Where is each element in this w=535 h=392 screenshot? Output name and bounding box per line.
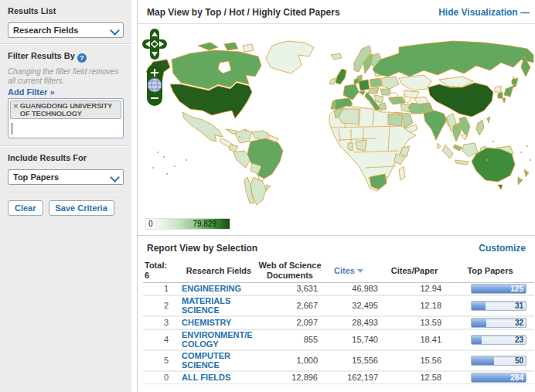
top-papers-bar: 23 (471, 335, 526, 345)
report-title: Report View by Selection (147, 243, 257, 254)
row-cites: 28,493 (322, 316, 383, 329)
results-list-label: Results List (8, 6, 124, 15)
add-filter-link[interactable]: Add Filter » (8, 87, 124, 97)
table-row: 1ENGINEERING3,63146,98312.94125 (143, 283, 534, 296)
customize-link[interactable]: Customize (479, 243, 526, 254)
map-controls (142, 29, 169, 112)
row-cites: 162,197 (322, 371, 383, 384)
field-link[interactable]: ENVIRONMENT/ECOLOGY (182, 331, 257, 349)
world-map[interactable] (144, 36, 534, 222)
row-field: MATERIALS SCIENCE (180, 295, 257, 316)
field-link[interactable]: COMPUTER SCIENCE (182, 352, 257, 370)
row-rank: 5 (143, 350, 180, 371)
col-cites-per-paper: Cites/Paper (383, 259, 446, 283)
filter-section: Filter Results By? Changing the filter f… (0, 45, 131, 138)
help-icon[interactable]: ? (77, 53, 87, 63)
row-cites: 15,556 (322, 350, 383, 371)
col-cites-sort[interactable]: Cites (322, 259, 383, 283)
field-link[interactable]: CHEMISTRY (182, 319, 257, 328)
clear-button[interactable]: Clear (8, 200, 43, 216)
sidebar: Results List Research Fields Filter Resu… (0, 0, 131, 392)
row-cites-per-paper: 12.58 (383, 371, 446, 384)
include-results-dropdown[interactable]: Top Papers (8, 169, 124, 185)
sidebar-buttons: Clear Save Criteria (0, 193, 131, 223)
field-link[interactable]: MATERIALS SCIENCE (182, 297, 257, 315)
top-papers-bar: 284 (471, 373, 526, 383)
top-papers-bar: 31 (471, 301, 526, 311)
include-results-label: Include Results For (8, 153, 124, 162)
include-results-value: Top Papers (9, 170, 123, 184)
field-link[interactable]: ENGINEERING (182, 285, 257, 294)
map-title: Map View by Top / Hot / Highly Cited Pap… (147, 7, 340, 18)
filter-input-box[interactable]: ✕ GUANGDONG UNIVERSITY OF TECHNOLOGY (8, 98, 124, 138)
remove-filter-icon[interactable]: ✕ (13, 103, 19, 118)
field-link[interactable]: ALL FIELDS (182, 373, 257, 383)
row-cites-per-paper: 18.41 (383, 329, 446, 350)
sort-desc-icon (357, 269, 363, 273)
hide-visualization-link[interactable]: Hide Visualization — (438, 7, 529, 18)
save-criteria-button[interactable]: Save Criteria (49, 200, 114, 216)
row-top-papers: 23 (446, 329, 534, 350)
map-view: 0 79,829 (138, 24, 535, 235)
chevron-down-icon (111, 174, 118, 180)
top-papers-bar: 125 (471, 284, 526, 294)
row-top-papers: 50 (446, 350, 534, 371)
row-docs: 855 (257, 329, 322, 350)
table-row: 3CHEMISTRY2,09728,49313.5932 (143, 316, 534, 329)
col-wos-documents: Web of ScienceDocuments (257, 259, 322, 283)
row-field: ALL FIELDS (180, 371, 257, 384)
text-cursor (12, 123, 12, 135)
row-rank: 1 (143, 283, 180, 296)
row-top-papers: 284 (446, 371, 534, 384)
results-list-dropdown[interactable]: Research Fields (8, 22, 124, 38)
table-row: 0ALL FIELDS12,896162,19712.58284 (143, 371, 534, 384)
filter-chip[interactable]: ✕ GUANGDONG UNIVERSITY OF TECHNOLOGY (10, 101, 121, 119)
total-header: Total:6 (143, 259, 180, 283)
row-docs: 1,000 (257, 350, 322, 371)
row-field: ENGINEERING (180, 283, 257, 296)
legend-max: 79,829 (193, 220, 216, 228)
pan-control[interactable] (142, 29, 167, 60)
row-top-papers: 32 (446, 316, 534, 329)
legend-min: 0 (148, 220, 153, 228)
row-docs: 2,097 (257, 316, 322, 329)
row-cites-per-paper: 15.56 (383, 350, 446, 371)
minus-icon: — (520, 7, 529, 18)
row-docs: 12,896 (257, 371, 322, 384)
table-header-row: Total:6 Research Fields Web of ScienceDo… (143, 259, 534, 283)
row-cites-per-paper: 13.59 (383, 316, 446, 329)
map-legend: 0 79,829 (145, 218, 230, 230)
table-row: 5COMPUTER SCIENCE1,00015,55615.5650 (143, 350, 534, 371)
row-docs: 3,631 (257, 283, 322, 296)
col-research-fields: Research Fields (180, 259, 257, 283)
filter-by-label: Filter Results By? (8, 51, 124, 63)
row-cites-per-paper: 12.18 (383, 295, 446, 316)
row-cites: 46,983 (322, 283, 383, 296)
table-row: 2MATERIALS SCIENCE2,66732,49512.1831 (143, 295, 534, 316)
row-cites: 15,740 (322, 329, 383, 350)
row-rank: 4 (143, 329, 180, 350)
map-header: Map View by Top / Hot / Highly Cited Pap… (138, 0, 535, 24)
include-results-section: Include Results For Top Papers (0, 147, 131, 185)
row-field: CHEMISTRY (180, 316, 257, 329)
results-list-value: Research Fields (9, 23, 123, 37)
page: Results List Research Fields Filter Resu… (0, 0, 535, 392)
top-papers-bar: 50 (471, 356, 526, 366)
top-papers-bar: 32 (471, 318, 526, 328)
zoom-control[interactable] (147, 64, 162, 106)
row-docs: 2,667 (257, 295, 322, 316)
filter-note: Changing the filter field removes all cu… (8, 67, 124, 85)
table-row: 4ENVIRONMENT/ECOLOGY85515,74018.4123 (143, 329, 534, 350)
row-top-papers: 125 (446, 283, 534, 296)
row-field: ENVIRONMENT/ECOLOGY (180, 329, 257, 350)
row-rank: 2 (143, 295, 180, 316)
row-cites: 32,495 (322, 295, 383, 316)
filter-chip-label: GUANGDONG UNIVERSITY OF TECHNOLOGY (20, 102, 119, 118)
col-top-papers: Top Papers (446, 259, 534, 283)
report-header: Report View by Selection Customize (138, 235, 535, 259)
row-top-papers: 31 (446, 295, 534, 316)
chevron-down-icon (111, 27, 118, 33)
results-list-section: Results List Research Fields (0, 0, 131, 38)
row-cites-per-paper: 12.94 (383, 283, 446, 296)
row-rank: 3 (143, 316, 180, 329)
